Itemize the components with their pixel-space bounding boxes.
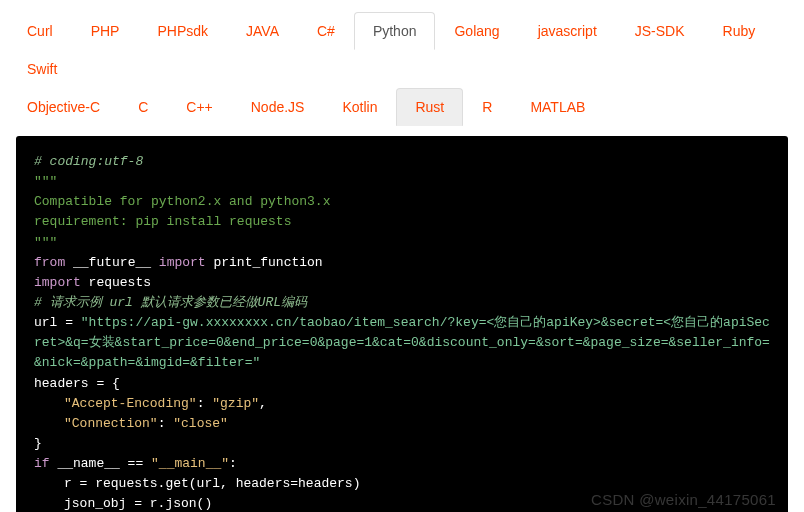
tabs-row-2: Objective-CCC++Node.JSKotlinRustRMATLAB xyxy=(8,88,796,126)
code-sample: # coding:utf-8 """ Compatible for python… xyxy=(16,136,788,512)
code-line: "Accept-Encoding": "gzip", xyxy=(34,394,770,414)
code-line: import requests xyxy=(34,273,770,293)
code-line: headers = { xyxy=(34,374,770,394)
tab-java[interactable]: JAVA xyxy=(227,12,298,50)
tab-javascript[interactable]: javascript xyxy=(519,12,616,50)
code-line: "Connection": "close" xyxy=(34,414,770,434)
tab-c[interactable]: C xyxy=(119,88,167,126)
tab-js-sdk[interactable]: JS-SDK xyxy=(616,12,704,50)
tab-ruby[interactable]: Ruby xyxy=(704,12,775,50)
tab-python[interactable]: Python xyxy=(354,12,436,50)
code-line: json_obj = r.json() xyxy=(34,494,770,512)
tab-swift[interactable]: Swift xyxy=(8,50,76,88)
tab-r[interactable]: R xyxy=(463,88,511,126)
code-line: } xyxy=(34,434,770,454)
tab-golang[interactable]: Golang xyxy=(435,12,518,50)
tab-matlab[interactable]: MATLAB xyxy=(511,88,604,126)
tabs-row-1: CurlPHPPHPsdkJAVAC#PythonGolangjavascrip… xyxy=(8,12,796,88)
tab-php[interactable]: PHP xyxy=(72,12,139,50)
tab-curl[interactable]: Curl xyxy=(8,12,72,50)
code-line: r = requests.get(url, headers=headers) xyxy=(34,474,770,494)
tab-phpsdk[interactable]: PHPsdk xyxy=(138,12,227,50)
code-comment: # 请求示例 url 默认请求参数已经做URL编码 xyxy=(34,293,770,313)
tab-kotlin[interactable]: Kotlin xyxy=(323,88,396,126)
code-line: from __future__ import print_function xyxy=(34,253,770,273)
language-tabs: CurlPHPPHPsdkJAVAC#PythonGolangjavascrip… xyxy=(0,0,804,126)
code-line: if __name__ == "__main__": xyxy=(34,454,770,474)
tab-objective-c[interactable]: Objective-C xyxy=(8,88,119,126)
code-line: """ xyxy=(34,233,770,253)
tab-c-[interactable]: C# xyxy=(298,12,354,50)
code-line: Compatible for python2.x and python3.x xyxy=(34,192,770,212)
code-line: url = "https://api-gw.xxxxxxxx.cn/taobao… xyxy=(34,313,770,373)
tab-c-[interactable]: C++ xyxy=(167,88,231,126)
tab-rust[interactable]: Rust xyxy=(396,88,463,126)
code-line: """ xyxy=(34,172,770,192)
code-line: requirement: pip install requests xyxy=(34,212,770,232)
code-line: # coding:utf-8 xyxy=(34,152,770,172)
tab-node-js[interactable]: Node.JS xyxy=(232,88,324,126)
